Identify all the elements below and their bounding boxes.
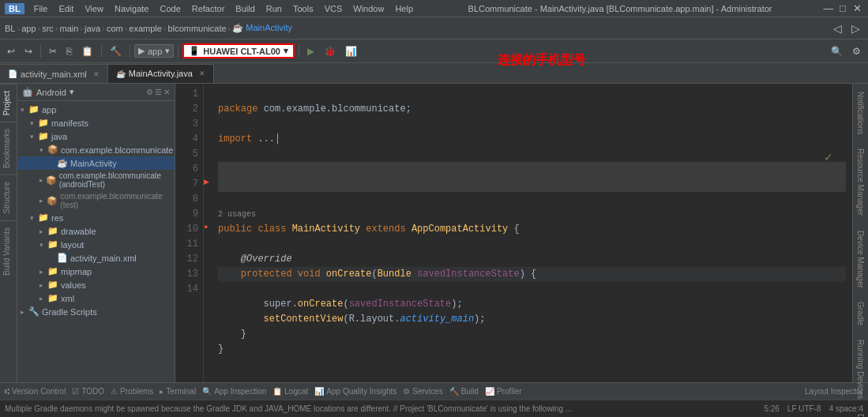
tree-item-manifests[interactable]: ▾ 📁 manifests (17, 116, 175, 130)
close-button[interactable]: ✕ (851, 2, 863, 15)
tree-item-com-example[interactable]: ▾ 📦 com.example.blcommunicate (17, 143, 175, 156)
services-tab[interactable]: ⚙ Services (403, 387, 442, 396)
minimize-button[interactable]: — (822, 2, 835, 15)
line-num-11: 11 (175, 237, 198, 252)
menu-tools[interactable]: Tools (288, 3, 318, 14)
tree-item-test[interactable]: ▸ 📦 com.example.blcommunicate (test) (17, 190, 175, 211)
debug-gutter-icon[interactable]: ● (204, 219, 215, 234)
tree-item-androidtest[interactable]: ▸ 📦 com.example.blcommunicate (androidTe… (17, 170, 175, 190)
build-tab[interactable]: 🔨 Build (449, 387, 479, 396)
search-button[interactable]: 🔍 (827, 44, 847, 58)
dropdown-icon[interactable]: ▾ (70, 87, 74, 97)
maximize-button[interactable]: □ (836, 2, 849, 15)
code-editor[interactable]: package com.example.blcommunicate; impor… (204, 84, 852, 360)
expand-icon: ▸ (39, 176, 46, 184)
tree-item-java[interactable]: ▾ 📁 java (17, 130, 175, 143)
tree-item-activity-main-xml[interactable]: 📄 activity_main.xml (17, 251, 175, 265)
project-panel-title-label: Android (36, 88, 66, 97)
tree-item-gradle-scripts[interactable]: ▸ 🔧 Gradle Scripts (17, 305, 175, 318)
layout-inspector-label: Layout Inspector (805, 387, 863, 396)
menu-build[interactable]: Build (231, 3, 259, 14)
todo-icon: ☑ (72, 387, 79, 396)
right-panel-resource-manager[interactable]: Resource Manager (855, 144, 866, 220)
tree-item-xml[interactable]: ▸ 📁 xml (17, 291, 175, 305)
terminal-tab[interactable]: ▸ Terminal (160, 387, 196, 396)
left-tab-bookmarks[interactable]: Bookmarks (0, 122, 17, 175)
profiler-icon: 📈 (485, 387, 494, 396)
breadcrumb-example[interactable]: example (129, 24, 162, 33)
run-gutter-icon[interactable]: ▶ (204, 174, 215, 189)
tab-activity-main-xml[interactable]: 📄 activity_main.xml ✕ (0, 64, 108, 83)
left-tab-project[interactable]: Project (0, 84, 17, 122)
paste-button[interactable]: 📋 (77, 44, 97, 58)
breadcrumb-src[interactable]: src (42, 24, 54, 33)
project-close-button[interactable]: ✕ (163, 88, 170, 96)
right-panel-notifications[interactable]: Notifications (855, 87, 866, 139)
breadcrumb-java[interactable]: java (85, 24, 100, 33)
indentation-display[interactable]: 4 space:4 (829, 404, 863, 413)
breadcrumb-bl[interactable]: BL (5, 24, 15, 33)
menu-file[interactable]: File (29, 3, 53, 14)
app-inspection-tab[interactable]: 🔍 App Inspection (202, 387, 266, 396)
forward-button[interactable]: ▷ (848, 21, 863, 36)
project-collapse-button[interactable]: ☰ (155, 88, 162, 96)
tab-close-java[interactable]: ✕ (199, 70, 205, 77)
tab-mainactivity-java[interactable]: ☕ MainActivity.java ✕ (108, 64, 214, 83)
tab-close-xml[interactable]: ✕ (93, 70, 100, 78)
tree-item-mipmap[interactable]: ▸ 📁 mipmap (17, 265, 175, 278)
terminal-icon: ▸ (160, 387, 163, 396)
menu-view[interactable]: View (80, 3, 108, 14)
tree-item-mainactivity[interactable]: ☕ MainActivity (17, 156, 175, 170)
problems-tab[interactable]: ⚠ Problems (111, 387, 153, 396)
menu-code[interactable]: Code (155, 3, 185, 14)
breadcrumb-blcommunicate[interactable]: blcommunicate (168, 24, 227, 33)
app-selector[interactable]: ▶ app ▾ (134, 44, 174, 58)
expand-icon: ▸ (21, 308, 28, 316)
debug-button[interactable]: 🐞 (320, 44, 340, 58)
device-selector[interactable]: 📱 HUAWEI CLT-AL00 ▾ (182, 43, 295, 58)
menu-window[interactable]: Window (348, 3, 389, 14)
menu-refactor[interactable]: Refactor (187, 3, 230, 14)
version-control-tab[interactable]: ⑆ Version Control (5, 387, 66, 396)
breadcrumb-mainactivity[interactable]: ☕ MainActivity (232, 23, 292, 33)
layout-inspector-tab[interactable]: Layout Inspector (805, 387, 863, 396)
breadcrumb-app[interactable]: app (21, 24, 36, 33)
tree-item-values[interactable]: ▸ 📁 values (17, 278, 175, 291)
copy-button[interactable]: ⎘ (62, 44, 76, 58)
todo-tab[interactable]: ☑ TODO (72, 387, 104, 396)
tree-item-drawable[interactable]: ▸ 📁 drawable (17, 224, 175, 238)
menu-run[interactable]: Run (261, 3, 287, 14)
run-button[interactable]: ▶ (303, 44, 318, 58)
profiler-tab[interactable]: 📈 Profiler (485, 387, 522, 396)
menu-help[interactable]: Help (390, 3, 418, 14)
right-panel-gradle[interactable]: Gradle (855, 297, 866, 330)
redo-button[interactable]: ↪ (21, 44, 36, 58)
undo-button[interactable]: ↩ (3, 44, 19, 58)
back-button[interactable]: ◁ (830, 21, 845, 36)
build-button[interactable]: 🔨 (106, 44, 126, 58)
left-tab-build-variants[interactable]: Build Variants (0, 220, 17, 282)
tree-item-layout[interactable]: ▾ 📁 layout (17, 238, 175, 251)
package-icon: 📦 (47, 145, 58, 155)
app-quality-tab[interactable]: 📊 App Quality Insights (314, 387, 396, 396)
nav-actions: ◁ ▷ (830, 21, 863, 36)
cut-button[interactable]: ✂ (45, 44, 61, 58)
tree-label-mainactivity: MainActivity (70, 159, 117, 168)
expand-icon: ▾ (30, 133, 38, 141)
menu-navigate[interactable]: Navigate (110, 3, 153, 14)
settings-button[interactable]: ⚙ (848, 44, 865, 58)
logcat-tab[interactable]: 📋 Logcat (272, 387, 308, 396)
breadcrumb-main[interactable]: main (60, 24, 79, 33)
tree-item-res[interactable]: ▾ 📁 res (17, 211, 175, 224)
right-panel-device-manager[interactable]: Device Manager (855, 226, 866, 293)
project-settings-button[interactable]: ⚙ (146, 88, 153, 96)
menu-edit[interactable]: Edit (54, 3, 78, 14)
tree-item-app[interactable]: ▾ 📁 app (17, 103, 175, 116)
services-icon: ⚙ (403, 387, 410, 396)
line-ending-display[interactable]: LF UTF-8 (787, 404, 821, 413)
menu-vcs[interactable]: VCS (320, 3, 348, 14)
left-tab-structure[interactable]: Structure (0, 175, 17, 220)
profile-button[interactable]: 📊 (341, 44, 361, 58)
breadcrumb-com[interactable]: com (107, 24, 123, 33)
expand-icon: ▾ (39, 241, 47, 249)
